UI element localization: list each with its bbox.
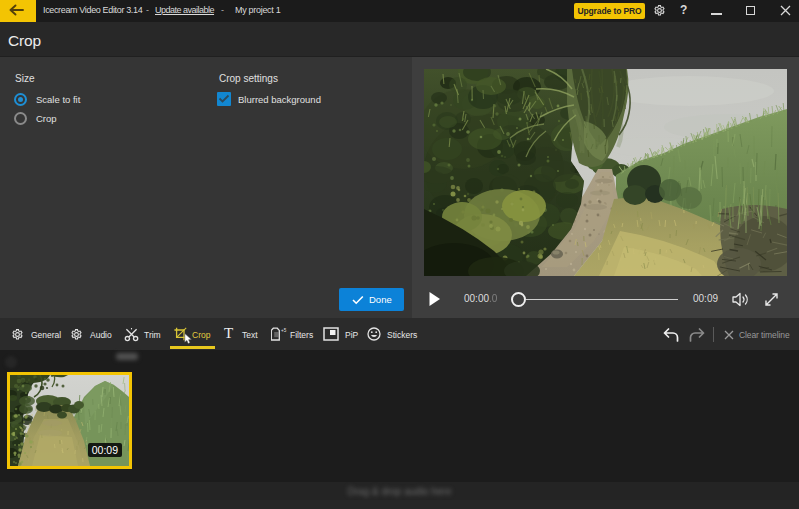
svg-text:+5: +5: [281, 328, 287, 333]
